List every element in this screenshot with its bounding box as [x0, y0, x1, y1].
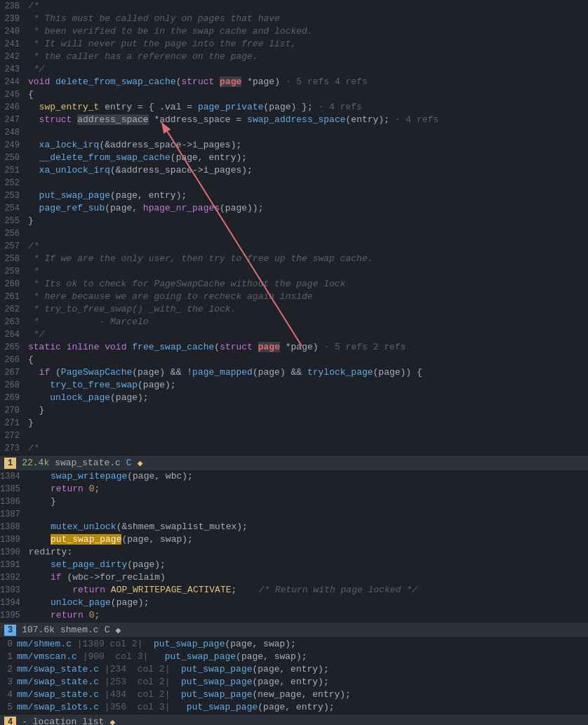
ref-item[interactable]: 0 mm/shmem.c |1389 col 2| put_swap_page(… — [0, 638, 588, 651]
code-line: 261 * here because we are going to reche… — [0, 291, 588, 303]
ref-item[interactable]: 5 mm/swap_slots.c |356 col 3| put_swap_p… — [0, 701, 588, 714]
code-line: 250 __delete_from_swap_cache(page, entry… — [0, 152, 588, 164]
highlighted-function: put_swap_page — [51, 534, 121, 545]
code-line: 256 — [0, 227, 588, 240]
code-line: 271 } — [0, 417, 588, 430]
code-line: 260 * Its ok to check for PageSwapCache … — [0, 278, 588, 291]
statusbar-1: 1 22.4k swap_state.c C ◆ — [0, 455, 588, 470]
code-line: 270 } — [0, 404, 588, 417]
code-line: 238 /* — [0, 0, 588, 13]
code-line: 259 * — [0, 265, 588, 278]
filename-3: shmem.c — [60, 625, 99, 635]
code-line: 248 — [0, 126, 588, 139]
lang-1: C — [126, 458, 132, 468]
code-line: 254 page_ref_sub(page, hpage_nr_pages(pa… — [0, 202, 588, 215]
code-line: 258 * If we are the only user, then try … — [0, 253, 588, 265]
code-line: 257 /* — [0, 240, 588, 253]
code-line: 272 — [0, 430, 588, 442]
code-line: 242 * the caller has a reference on the … — [0, 51, 588, 63]
code-line: 253 put_swap_page(page, entry); — [0, 189, 588, 202]
code-line: 1391 set_page_dirty(page); — [0, 559, 588, 571]
tab-number-4: 4 — [4, 717, 16, 726]
code-line: 268 try_to_free_swap(page); — [0, 379, 588, 392]
code-line: 246 swp_entry_t entry = { .val = page_pr… — [0, 101, 588, 114]
reference-list: 0 mm/shmem.c |1389 col 2| put_swap_page(… — [0, 637, 588, 714]
code-line: 1393 return AOP_WRITEPAGE_ACTIVATE; /* R… — [0, 584, 588, 597]
tab-number-1: 1 — [4, 458, 16, 469]
code-line: 273 /* — [0, 442, 588, 455]
code-line: 1392 if (wbc->for_reclaim) — [0, 571, 588, 584]
code-editor: 238 /* 239 * This must be called only on… — [0, 0, 588, 725]
code-line: 1390 redirty: — [0, 546, 588, 559]
code-line: 262 * try_to_free_swap() _with_ the lock… — [0, 303, 588, 316]
diamond-3: ◆ — [115, 625, 121, 636]
code-line: 244 void delete_from_swap_cache(struct p… — [0, 76, 588, 88]
code-line: 252 — [0, 177, 588, 189]
code-line: 263 * - Marcelo — [0, 316, 588, 328]
code-line: 247 struct address_space *address_space … — [0, 114, 588, 126]
ref-item[interactable]: 4 mm/swap_state.c |434 col 2| put_swap_p… — [0, 689, 588, 701]
lang-3: C — [105, 625, 110, 635]
file-size-1: 22.4k — [22, 458, 49, 468]
code-line: 1395 return 0; — [0, 609, 588, 622]
code-line: 1385 return 0; — [0, 483, 588, 495]
statusbar-3: 3 107.6k shmem.c C ◆ — [0, 622, 588, 637]
code-line: 1387 — [0, 508, 588, 521]
code-line: 249 xa_lock_irq(&address_space->i_pages)… — [0, 139, 588, 152]
bottom-bar: 4 - location list ◆ — [0, 714, 588, 725]
code-line: 267 if (PageSwapCache(page) && !page_map… — [0, 366, 588, 379]
bottom-label1: - location — [22, 717, 76, 725]
code-line: 265 static inline void free_swap_cache(s… — [0, 341, 588, 354]
code-line: 1389 put_swap_page(page, swap); — [0, 533, 588, 546]
code-line: 241 * It will never put the page into th… — [0, 38, 588, 51]
code-line: 240 * been verified to be in the swap ca… — [0, 25, 588, 38]
code-line: 1388 mutex_unlock(&shmem_swaplist_mutex)… — [0, 521, 588, 533]
filename-1: swap_state.c — [55, 458, 121, 468]
code-line: 255 } — [0, 215, 588, 227]
code-line: 266 { — [0, 354, 588, 366]
ref-item[interactable]: 3 mm/swap_state.c |253 col 2| put_swap_p… — [0, 676, 588, 689]
ref-item[interactable]: 1 mm/vmscan.c |900 col 3| put_swap_page(… — [0, 651, 588, 663]
code-line: 251 xa_unlock_irq(&address_space->i_page… — [0, 164, 588, 177]
bottom-diamond: ◆ — [109, 717, 115, 726]
code-line: 243 */ — [0, 63, 588, 76]
code-line: 239 * This must be called only on pages … — [0, 13, 588, 25]
code-line: 269 unlock_page(page); — [0, 392, 588, 404]
code-area-mid: 1384 swap_writepage(page, wbc); 1385 ret… — [0, 470, 588, 622]
code-line: 1386 } — [0, 495, 588, 508]
code-line: 1394 unlock_page(page); — [0, 597, 588, 609]
tab-number-3: 3 — [4, 625, 16, 636]
diamond-1: ◆ — [138, 458, 143, 469]
ref-item[interactable]: 2 mm/swap_state.c |234 col 2| put_swap_p… — [0, 663, 588, 676]
code-line: 264 */ — [0, 328, 588, 341]
code-line: 245 { — [0, 88, 588, 101]
bottom-label2: list — [82, 717, 104, 725]
code-area-top: 238 /* 239 * This must be called only on… — [0, 0, 588, 455]
file-size-3: 107.6k — [22, 625, 55, 635]
code-line: 1384 swap_writepage(page, wbc); — [0, 470, 588, 483]
